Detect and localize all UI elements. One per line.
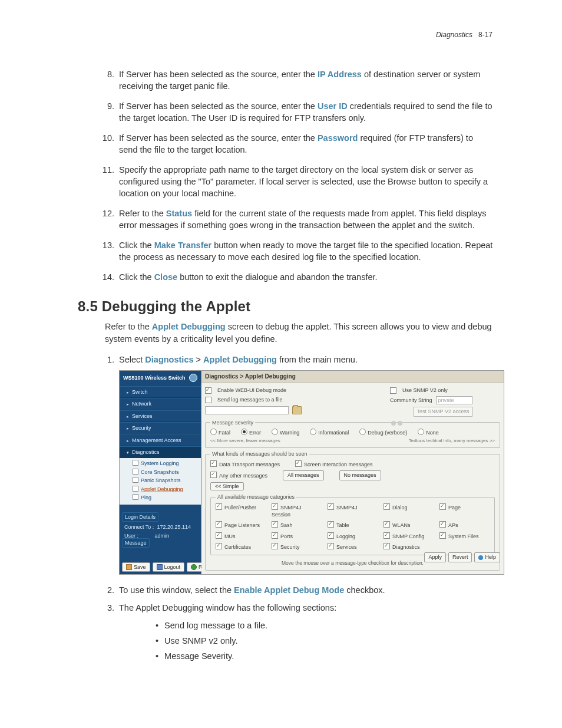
subnav-core-snapshots[interactable]: Core Snapshots (122, 468, 201, 476)
nav-management-access[interactable]: Management Access (120, 434, 201, 446)
subnav-system-logging[interactable]: System Logging (122, 459, 201, 467)
cat-checkbox-3[interactable] (384, 503, 390, 510)
sev-error-radio[interactable] (241, 429, 247, 435)
cat-aps: APs (439, 521, 490, 529)
all-messages-button[interactable]: All messages (283, 470, 324, 480)
cat-snmp4j-session: SNMP4J Session (272, 503, 322, 519)
step-9: If Server has been selected as the sourc… (117, 100, 494, 124)
cat-checkbox-5[interactable] (216, 521, 222, 528)
nav-diagnostics-children: System Logging Core Snapshots Panic Snap… (120, 458, 201, 504)
snmp-panel: Use SNMP V2 only Community String privat… (390, 387, 496, 427)
cat-checkbox-0[interactable] (216, 503, 222, 510)
cat-checkbox-10[interactable] (216, 532, 222, 539)
log-file-input[interactable] (205, 406, 289, 414)
data-transport-checkbox[interactable] (210, 460, 217, 467)
main-panel: Diagnostics > Applet Debugging Enable WE… (201, 371, 504, 574)
community-string-input[interactable]: private (436, 396, 472, 404)
cat-checkbox-12[interactable] (328, 532, 334, 539)
sev-debug-radio[interactable] (359, 429, 366, 435)
cat-checkbox-18[interactable] (384, 543, 390, 549)
sev-fatal-radio[interactable] (210, 429, 217, 435)
step-14: Click the Close button to exit the dialo… (117, 271, 494, 283)
cat-checkbox-6[interactable] (272, 521, 278, 528)
nav-tree: Switch Network Services Security Managem… (120, 386, 201, 458)
help-button[interactable]: Help (474, 552, 500, 562)
breadcrumb: Diagnostics > Applet Debugging (201, 371, 504, 383)
product-title: WS5100 Wireless Switch (123, 374, 185, 381)
message-kinds-legend: What kinds of messages should be seen (210, 450, 309, 457)
page-icon (133, 469, 138, 475)
send-log-label: Send log messages to a file (217, 396, 283, 403)
step-8: If Server has been selected as the sourc… (117, 68, 494, 92)
community-string-label: Community String (390, 397, 432, 404)
term-diagnostics: Diagnostics (145, 355, 193, 364)
section85-steps: Select Diagnostics > Applet Debugging fr… (105, 354, 494, 614)
nav-diagnostics[interactable]: Diagnostics (120, 446, 201, 458)
term-close: Close (154, 272, 178, 282)
save-button[interactable]: Save (122, 562, 150, 572)
simple-button[interactable]: << Simple (210, 482, 244, 490)
cat-page: Page (439, 503, 490, 519)
message-categories-group: All available message categories Puller/… (210, 493, 495, 555)
cat-checkbox-2[interactable] (328, 503, 334, 510)
message-panel: Message (122, 538, 199, 548)
enable-debug-checkbox[interactable] (205, 387, 211, 394)
no-messages-button[interactable]: No messages (339, 470, 381, 480)
cat-dialog: Dialog (384, 503, 434, 519)
any-other-checkbox[interactable] (210, 472, 217, 478)
apply-button[interactable]: Apply (424, 552, 446, 562)
test-snmp-button[interactable]: Test SNMP V2 access (413, 407, 474, 416)
sev-informational-radio[interactable] (310, 429, 316, 435)
cat-checkbox-13[interactable] (384, 532, 390, 539)
page-header: Diagnostics 8-17 (436, 31, 492, 39)
sev-none-radio[interactable] (418, 429, 424, 435)
cat-checkbox-8[interactable] (384, 521, 390, 528)
sec85-step-3: The Applet Debugging window has the foll… (117, 602, 494, 614)
cat-certificates: Certificates (216, 543, 266, 551)
message-categories-legend: All available message categories (216, 493, 296, 500)
brand-logo-icon (189, 374, 197, 382)
cat-table: Table (328, 521, 378, 529)
cat-checkbox-4[interactable] (439, 503, 446, 510)
sev-warning-radio[interactable] (272, 429, 278, 435)
cat-ports: Ports (272, 532, 322, 540)
nav-services[interactable]: Services (120, 410, 201, 422)
term-applet-debugging: Applet Debugging (152, 322, 226, 331)
cat-checkbox-17[interactable] (328, 543, 334, 549)
cat-checkbox-15[interactable] (216, 543, 222, 549)
term-password: Password (318, 133, 358, 143)
cat-checkbox-14[interactable] (439, 532, 446, 539)
page-icon (133, 494, 138, 500)
step-10: If Server has been selected as the sourc… (117, 132, 494, 156)
cat-checkbox-1[interactable] (272, 503, 278, 510)
bullet-send-log: Send log message to a file. (156, 620, 494, 633)
cat-checkbox-7[interactable] (328, 521, 334, 528)
cat-security: Security (272, 543, 322, 551)
revert-button[interactable]: Revert (448, 552, 472, 562)
term-user-id: User ID (318, 101, 348, 111)
subnav-applet-debugging[interactable]: Applet Debugging (122, 485, 201, 493)
cat-checkbox-11[interactable] (272, 532, 278, 539)
subnav-panic-snapshots[interactable]: Panic Snapshots (122, 476, 201, 485)
nav-switch[interactable]: Switch (120, 386, 201, 398)
cat-checkbox-9[interactable] (439, 521, 446, 528)
subnav-ping[interactable]: Ping (122, 493, 201, 502)
message-title: Message (122, 538, 150, 548)
term-applet-debugging-menu: Applet Debugging (203, 355, 277, 364)
step-12: Refer to the Status field for the curren… (117, 207, 494, 231)
step-11: Specify the appropriate path name to the… (117, 164, 494, 199)
send-log-checkbox[interactable] (205, 397, 211, 403)
term-make-transfer: Make Transfer (154, 241, 212, 250)
cat-checkbox-16[interactable] (272, 543, 278, 549)
screen-interaction-checkbox[interactable] (295, 460, 302, 467)
logout-icon (157, 564, 163, 570)
logout-button[interactable]: Logout (153, 562, 185, 572)
refresh-icon (191, 564, 197, 570)
snmp-v2-only-checkbox[interactable] (390, 387, 396, 394)
bottom-button-bar: Apply Revert Help (424, 552, 500, 562)
nav-security[interactable]: Security (120, 422, 201, 434)
browse-folder-icon[interactable] (292, 406, 302, 414)
nav-network[interactable]: Network (120, 398, 201, 410)
cat-puller-pusher: Puller/Pusher (216, 503, 266, 519)
sec85-step-2: To use this window, select the Enable Ap… (117, 584, 494, 596)
